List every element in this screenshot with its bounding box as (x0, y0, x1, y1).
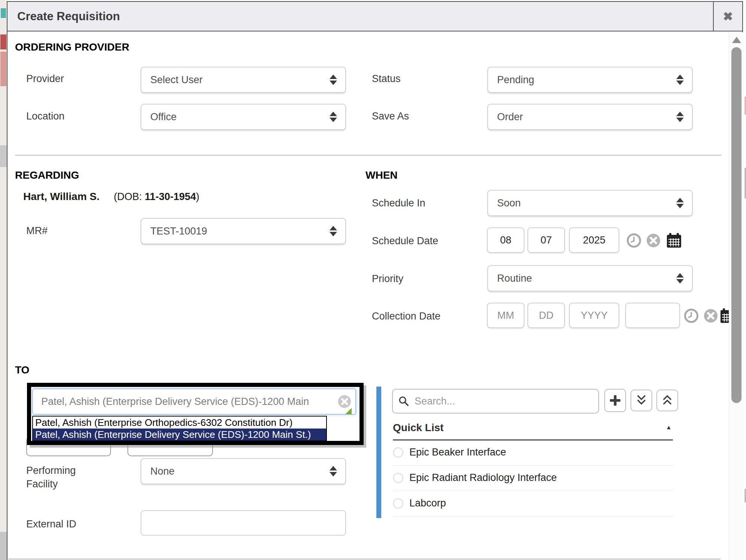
priority-label: Priority (372, 272, 403, 285)
collection-date-label: Collection Date (372, 309, 440, 323)
background-page-right-sliver (745, 0, 746, 560)
external-id-input[interactable] (141, 510, 346, 536)
add-recipient-button[interactable] (604, 389, 626, 412)
dialog-scrollbar[interactable] (729, 32, 744, 560)
schedule-time-clock-icon[interactable] (626, 233, 641, 248)
mr-select[interactable]: TEST-10019 (141, 218, 346, 244)
status-label: Status (372, 72, 401, 85)
list-divider (393, 465, 673, 466)
recipient-annotation-box: Patel, Ashish (Enterprise Orthopedics-63… (27, 383, 364, 445)
close-icon: ✖ (723, 9, 733, 24)
double-chevron-down-icon (635, 394, 647, 407)
background-fragment (745, 489, 746, 502)
collection-clear-icon[interactable] (703, 308, 718, 323)
schedule-day-input[interactable]: 07 (527, 227, 565, 253)
quick-list-item[interactable]: Epic Radiant Radiology Interface (393, 472, 673, 484)
select-arrows-icon (676, 198, 684, 208)
performing-facility-label: Performing Facility (26, 464, 109, 491)
background-fragment (0, 532, 7, 560)
mr-label: MR# (26, 224, 48, 237)
dialog-titlebar: Create Requisition ✖ (7, 2, 742, 31)
schedule-month-input[interactable]: 08 (487, 227, 524, 253)
resize-grip-icon[interactable] (345, 408, 352, 414)
dialog-body: ORDERING PROVIDER Provider Select User S… (7, 32, 742, 560)
ordering-provider-heading: ORDERING PROVIDER (15, 41, 129, 53)
recipient-clear-icon[interactable] (337, 394, 352, 409)
directory-accent-bar (376, 387, 381, 518)
background-fragment (745, 168, 746, 199)
section-divider (15, 155, 721, 156)
provider-label: Provider (26, 72, 64, 85)
footer-divider (8, 559, 721, 560)
scrollbar-up-arrow-icon[interactable] (732, 37, 741, 43)
background-fragment (0, 34, 6, 49)
background-fragment (1, 8, 6, 18)
provider-select[interactable]: Select User (141, 67, 346, 93)
priority-select[interactable]: Routine (487, 265, 693, 291)
suggestion-item-selected[interactable]: Patel, Ashish (Enterprise Delivery Servi… (33, 429, 326, 441)
status-select[interactable]: Pending (487, 67, 693, 93)
performing-facility-select-value: None (150, 466, 175, 477)
select-arrows-icon (676, 112, 684, 122)
schedule-in-label: Schedule In (372, 196, 425, 210)
radio-icon (393, 447, 403, 458)
collection-year-input[interactable]: YYYY (569, 303, 619, 328)
background-page-left-sliver (0, 0, 7, 560)
regarding-heading: REGARDING (15, 169, 79, 181)
quick-list-heading: Quick List (393, 422, 443, 434)
select-arrows-icon (330, 226, 337, 236)
expand-all-button[interactable] (631, 390, 652, 411)
radio-icon (393, 498, 403, 509)
quick-list-item[interactable]: Labcorp (393, 497, 673, 509)
screen: Create Requisition ✖ ORDERING PROVIDER P… (0, 0, 746, 560)
background-fragment (0, 145, 7, 167)
select-arrows-icon (330, 112, 337, 122)
collection-month-input[interactable]: MM (487, 303, 524, 328)
recipient-suggestion-list: Patel, Ashish (Enterprise Orthopedics-63… (32, 416, 327, 441)
when-heading: WHEN (366, 169, 398, 181)
quick-list-item[interactable]: Epic Beaker Interface (393, 447, 673, 458)
quick-list-collapse-icon[interactable]: ▲ (666, 424, 672, 431)
double-chevron-up-icon (661, 394, 673, 407)
save-as-select[interactable]: Order (487, 104, 693, 130)
collection-time-input[interactable] (625, 303, 680, 328)
patient-name: Hart, William S. (23, 191, 100, 203)
quick-list-underline (393, 439, 673, 441)
background-fragment (745, 97, 746, 115)
schedule-year-input[interactable]: 2025 (569, 227, 619, 253)
directory-search-input[interactable] (414, 395, 593, 408)
schedule-clear-icon[interactable] (646, 233, 661, 248)
external-id-label: External ID (26, 517, 76, 531)
save-as-select-value: Order (497, 111, 523, 123)
collection-day-input[interactable]: DD (527, 303, 565, 328)
collection-time-clock-icon[interactable] (684, 308, 699, 323)
scrollbar-thumb[interactable] (731, 47, 742, 403)
provider-select-value: Select User (150, 74, 203, 86)
schedule-date-label: Schedule Date (372, 234, 438, 248)
select-arrows-icon (676, 75, 684, 85)
schedule-in-select[interactable]: Soon (487, 190, 693, 216)
list-divider (393, 516, 673, 517)
status-select-value: Pending (497, 74, 534, 86)
select-arrows-icon (330, 75, 337, 85)
location-select-value: Office (150, 111, 177, 123)
radio-icon (393, 473, 403, 483)
save-as-label: Save As (372, 109, 409, 123)
location-select[interactable]: Office (141, 104, 346, 130)
select-arrows-icon (676, 273, 684, 284)
create-requisition-dialog: Create Requisition ✖ ORDERING PROVIDER P… (7, 1, 743, 560)
select-arrows-icon (330, 466, 337, 476)
background-fragment (0, 52, 6, 86)
location-label: Location (26, 109, 64, 123)
schedule-in-select-value: Soon (497, 197, 521, 209)
recipient-input[interactable] (32, 388, 356, 415)
dialog-title: Create Requisition (17, 10, 120, 23)
plus-icon (609, 394, 622, 407)
performing-facility-select[interactable]: None (141, 458, 346, 484)
collapse-all-button[interactable] (656, 390, 678, 411)
close-button[interactable]: ✖ (713, 2, 742, 31)
schedule-calendar-icon[interactable] (665, 232, 683, 249)
suggestion-item[interactable]: Patel, Ashish (Enterprise Orthopedics-63… (33, 417, 326, 429)
search-icon (398, 396, 409, 407)
patient-dob: (DOB: 11-30-1954) (114, 191, 199, 203)
